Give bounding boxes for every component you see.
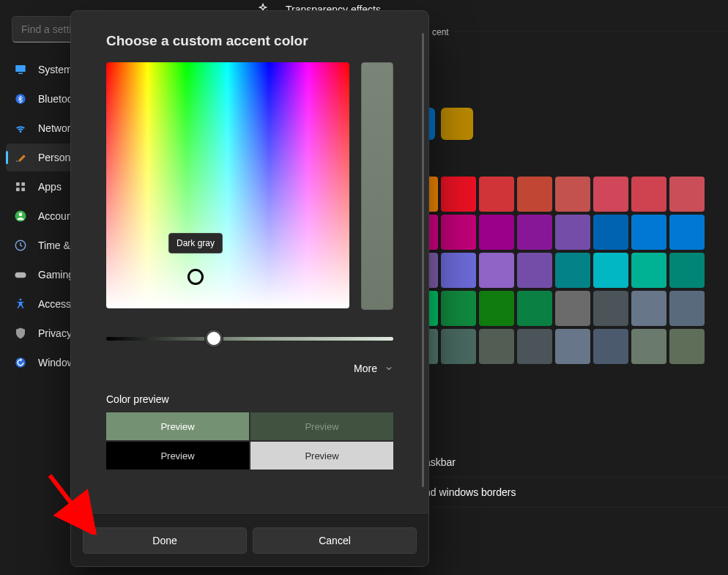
palette-swatch[interactable] (631, 329, 666, 364)
palette-swatch[interactable] (555, 253, 590, 288)
clock-icon (13, 238, 28, 253)
palette-swatch[interactable] (631, 177, 666, 212)
palette-swatch[interactable] (669, 215, 705, 250)
palette-swatch[interactable] (555, 215, 590, 250)
accessibility-icon (13, 297, 28, 311)
palette-swatch[interactable] (479, 329, 514, 364)
palette-swatch[interactable] (441, 291, 476, 326)
palette-swatch[interactable] (517, 215, 552, 250)
palette-swatch[interactable] (441, 329, 476, 364)
dialog-title: Choose a custom accent color (106, 33, 393, 49)
palette-swatch[interactable] (593, 177, 628, 212)
setting-text-fragment: nd windows borders (425, 486, 516, 498)
palette-swatch[interactable] (593, 329, 628, 364)
palette-swatch[interactable] (669, 291, 705, 326)
palette-swatch[interactable] (441, 253, 476, 288)
person-icon (13, 209, 28, 223)
setting-text-fragment: askbar (425, 456, 456, 468)
svg-rect-0 (15, 65, 26, 72)
gamepad-icon (13, 267, 28, 282)
svg-rect-5 (16, 188, 20, 191)
cancel-button[interactable]: Cancel (253, 527, 417, 554)
dialog-footer: Done Cancel (71, 514, 428, 566)
monitor-icon (13, 62, 28, 77)
svg-rect-6 (21, 188, 25, 191)
apps-icon (13, 179, 28, 194)
palette-swatch[interactable] (479, 215, 514, 250)
preview-on-black: Preview (106, 442, 249, 470)
paint-icon (13, 150, 28, 165)
color-preview-label: Color preview (106, 393, 393, 405)
palette-swatch[interactable] (631, 291, 666, 326)
color-picker-dialog: Choose a custom accent color Dark gray M… (70, 10, 429, 567)
dialog-body: Choose a custom accent color Dark gray M… (71, 11, 428, 514)
update-icon (13, 355, 28, 370)
svg-rect-3 (16, 182, 20, 186)
palette-swatch[interactable] (517, 329, 552, 364)
value-thumb[interactable] (205, 330, 223, 347)
svg-rect-1 (18, 73, 23, 75)
color-spectrum[interactable]: Dark gray (106, 62, 349, 308)
wifi-icon (13, 121, 28, 136)
palette-swatch[interactable] (517, 177, 552, 212)
spectrum-cursor[interactable] (187, 269, 204, 285)
palette-swatch[interactable] (669, 329, 705, 364)
preview-on-light: Preview (250, 442, 393, 470)
dialog-scrollbar[interactable] (422, 33, 424, 487)
shield-icon (13, 326, 28, 341)
sidebar-item-label: System (38, 64, 73, 75)
palette-swatch[interactable] (669, 177, 705, 212)
palette-swatch[interactable] (479, 177, 514, 212)
svg-point-11 (20, 299, 22, 301)
palette-swatch[interactable] (593, 291, 628, 326)
palette-swatch[interactable] (631, 253, 666, 288)
svg-rect-4 (21, 182, 25, 186)
preview-accent-muted: Preview (250, 412, 393, 440)
palette-swatch[interactable] (517, 253, 552, 288)
done-button[interactable]: Done (83, 527, 247, 554)
palette-swatch[interactable] (441, 177, 476, 212)
color-preview-grid: Preview Preview Preview Preview (106, 412, 393, 470)
palette-swatch[interactable] (631, 215, 666, 250)
recent-color-swatch[interactable] (441, 108, 473, 140)
palette-swatch[interactable] (441, 215, 476, 250)
sidebar-item-label: Gaming (38, 269, 74, 281)
hue-bar[interactable] (361, 62, 393, 310)
palette-swatch[interactable] (479, 291, 514, 326)
palette-swatch[interactable] (555, 177, 590, 212)
bluetooth-icon (13, 92, 28, 106)
value-track (106, 337, 393, 341)
palette-swatch[interactable] (593, 253, 628, 288)
more-toggle[interactable]: More (106, 363, 393, 374)
palette-swatch[interactable] (669, 253, 705, 288)
color-tooltip: Dark gray (168, 233, 223, 253)
palette-swatch[interactable] (479, 253, 514, 288)
preview-accent-dark: Preview (106, 412, 249, 440)
svg-rect-10 (15, 272, 26, 278)
more-label: More (354, 363, 377, 374)
svg-point-8 (19, 212, 23, 216)
palette-swatch[interactable] (555, 329, 590, 364)
palette-swatch[interactable] (555, 291, 590, 326)
palette-swatch[interactable] (593, 215, 628, 250)
chevron-down-icon (385, 364, 393, 373)
palette-swatch[interactable] (517, 291, 552, 326)
sidebar-item-label: Apps (38, 181, 62, 193)
value-slider[interactable] (106, 330, 393, 346)
